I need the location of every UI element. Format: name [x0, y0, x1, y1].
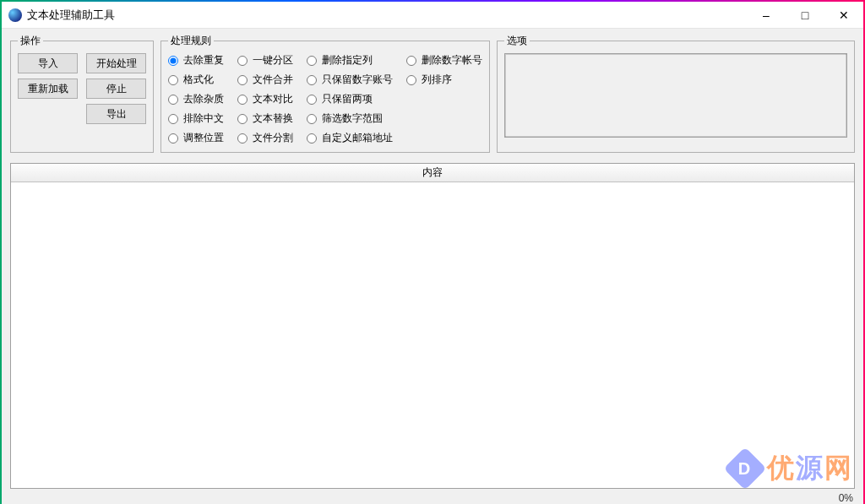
reload-button[interactable]: 重新加载 [18, 79, 78, 99]
export-button[interactable]: 导出 [86, 104, 146, 124]
rule-keep-num-acct[interactable]: 只保留数字账号 [307, 73, 393, 87]
app-window: 文本处理辅助工具 – □ ✕ 操作 导入 开始处理 重新加载 停止 [2, 2, 863, 502]
group-rules: 处理规则 去除重复 格式化 去除杂质 排除中文 调整位置 一键分区 文件合并 [160, 34, 490, 153]
rule-exclude-cn[interactable]: 排除中文 [168, 111, 224, 126]
import-button[interactable]: 导入 [18, 53, 78, 73]
maximize-button[interactable]: □ [786, 2, 824, 29]
app-icon [8, 8, 22, 22]
content-area: 内容 [10, 163, 855, 489]
rule-del-num-acct[interactable]: 删除数字帐号 [406, 53, 482, 68]
options-panel [504, 53, 847, 138]
rule-compare[interactable]: 文本对比 [237, 92, 293, 106]
rule-custom-email[interactable]: 自定义邮箱地址 [307, 131, 393, 145]
group-operations-legend: 操作 [18, 34, 43, 48]
start-button[interactable]: 开始处理 [86, 53, 146, 73]
window-title: 文本处理辅助工具 [27, 8, 747, 23]
rule-partition[interactable]: 一键分区 [237, 53, 293, 68]
rule-adjust-pos[interactable]: 调整位置 [168, 131, 224, 145]
rule-replace[interactable]: 文本替换 [237, 111, 293, 126]
rule-dedup[interactable]: 去除重复 [168, 53, 224, 68]
minimize-button[interactable]: – [747, 2, 786, 29]
rule-clean[interactable]: 去除杂质 [168, 92, 224, 106]
group-options-legend: 选项 [504, 34, 530, 48]
stop-button[interactable]: 停止 [86, 79, 146, 99]
rule-merge[interactable]: 文件合并 [237, 73, 293, 87]
content-body[interactable] [11, 182, 854, 488]
rule-filter-range[interactable]: 筛选数字范围 [307, 111, 393, 126]
progress-text: 0% [839, 492, 853, 504]
rule-col-sort[interactable]: 列排序 [406, 73, 482, 87]
content-header[interactable]: 内容 [11, 164, 854, 182]
titlebar: 文本处理辅助工具 – □ ✕ [2, 2, 863, 29]
rule-del-col[interactable]: 删除指定列 [307, 53, 393, 68]
rule-split[interactable]: 文件分割 [237, 131, 293, 145]
close-button[interactable]: ✕ [824, 2, 863, 29]
client-area: 操作 导入 开始处理 重新加载 停止 导出 处理规则 去除 [2, 29, 863, 504]
status-bar: 0% [839, 490, 853, 504]
group-options: 选项 [497, 34, 855, 153]
group-rules-legend: 处理规则 [168, 34, 214, 48]
rule-format[interactable]: 格式化 [168, 73, 224, 87]
group-operations: 操作 导入 开始处理 重新加载 停止 导出 [10, 34, 154, 153]
rule-keep-two[interactable]: 只保留两项 [307, 92, 393, 106]
